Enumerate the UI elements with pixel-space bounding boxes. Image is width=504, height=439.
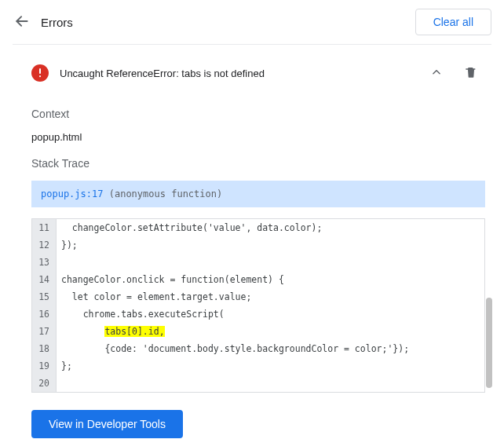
line-gutter: 11121314151617181920 <box>32 219 57 392</box>
error-message: Uncaught ReferenceError: tabs is not def… <box>60 68 422 79</box>
arrow-left-icon <box>14 13 30 31</box>
line-number: 12 <box>32 236 56 254</box>
code-line <box>57 254 484 271</box>
clear-all-button[interactable]: Clear all <box>415 9 491 35</box>
delete-error-button[interactable] <box>457 59 485 87</box>
trash-icon <box>465 65 477 82</box>
chevron-up-icon <box>431 67 442 80</box>
line-number: 11 <box>32 219 56 236</box>
line-number: 14 <box>32 271 56 288</box>
line-number: 18 <box>32 340 56 357</box>
svg-rect-1 <box>39 68 41 74</box>
code-line: }; <box>57 357 484 375</box>
trace-location: popup.js:17 <box>41 188 103 199</box>
stack-trace-frame[interactable]: popup.js:17 (anonymous function) <box>31 181 485 207</box>
code-line: tabs[0].id, <box>57 323 484 340</box>
svg-rect-2 <box>39 75 41 77</box>
line-number: 15 <box>32 288 56 305</box>
scrollbar[interactable] <box>486 219 492 392</box>
line-number: 13 <box>32 254 56 271</box>
collapse-button[interactable] <box>422 59 451 87</box>
code-lines: changeColor.setAttribute('value', data.c… <box>57 219 484 392</box>
error-icon <box>31 64 49 82</box>
code-line: }); <box>57 236 484 254</box>
line-number: 17 <box>32 323 56 340</box>
context-heading: Context <box>31 108 485 120</box>
code-block: 11121314151617181920 changeColor.setAttr… <box>31 218 485 393</box>
page-title: Errors <box>41 16 415 29</box>
stack-trace-heading: Stack Trace <box>31 157 485 170</box>
back-button[interactable] <box>6 6 38 38</box>
code-line: let color = element.target.value; <box>57 288 484 305</box>
code-line: {code: 'document.body.style.backgroundCo… <box>57 340 484 357</box>
code-line: changeColor.onclick = function(element) … <box>57 271 484 288</box>
scrollbar-thumb[interactable] <box>486 298 492 388</box>
line-number: 20 <box>32 375 56 392</box>
trace-function-name: (anonymous function) <box>109 188 223 199</box>
view-devtools-button[interactable]: View in Developer Tools <box>31 410 183 438</box>
code-line <box>57 375 484 392</box>
line-number: 19 <box>32 357 56 375</box>
code-line: chrome.tabs.executeScript( <box>57 305 484 323</box>
context-value: popup.html <box>31 131 485 143</box>
code-line: changeColor.setAttribute('value', data.c… <box>57 219 484 236</box>
line-number: 16 <box>32 305 56 323</box>
